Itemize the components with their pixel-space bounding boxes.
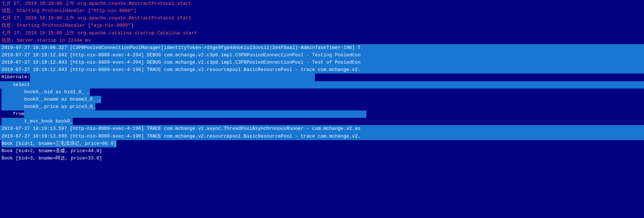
log-text-selected: t_mvc_book book0_ <box>1 118 73 125</box>
log-text-selected <box>30 74 315 81</box>
log-line: 信息: Starting ProtocolHandler ["ajp-nio-8… <box>0 22 644 29</box>
log-line: Book [bid=1, bname=三毛流浪记, price=66.0] <box>0 140 644 147</box>
log-line: book0_.price as price3_0_ <box>0 103 644 110</box>
log-line: 信息: Server startup in 22444 ms <box>0 37 644 44</box>
log-line: 2019-07-27 10:19:13.598 [http-nio-8080-e… <box>0 133 644 140</box>
log-line: book0_.bname as bname2_0_ , <box>0 96 644 103</box>
log-line: 信息: Starting ProtocolHandler ["http-nio-… <box>0 7 644 15</box>
log-line: select <box>0 81 644 89</box>
log-line: 七月 27, 2019 10:19:00 上午 org.apache.coyot… <box>0 0 644 7</box>
log-line: 七月 27, 2019 10:19:00 上午 org.apache.catal… <box>0 30 644 37</box>
log-text-selected: book0_.bid as bid1_0_ , <box>1 89 90 96</box>
log-text-selected <box>24 110 366 118</box>
log-line: t_mvc_book book0_ <box>0 118 644 125</box>
log-area: 七月 27, 2019 10:19:00 上午 org.apache.coyot… <box>0 0 644 218</box>
console-container: 七月 27, 2019 10:19:00 上午 org.apache.coyot… <box>0 0 644 218</box>
log-line: 2019-07-27 10:19:12.842 [http-nio-8080-e… <box>0 52 644 59</box>
log-text-selected: Book [bid=1, bname=三毛流浪记, price=66.0] <box>1 140 117 147</box>
log-line: 2019-07-27 10:19:13.597 [http-nio-8080-e… <box>0 125 644 132</box>
log-line: book0_.bid as bid1_0_ , <box>0 89 644 96</box>
log-line: 2019-07-27 10:19:06.327 [C3P0PooledConne… <box>0 44 644 52</box>
log-line: 七月 27, 2019 10:19:00 上午 org.apache.coyot… <box>0 15 644 22</box>
log-line: 2019-07-27 10:19:12.843 [http-nio-8080-e… <box>0 66 644 74</box>
log-line: Book [bid=3, bname=阿达, price=33.0] <box>0 155 644 162</box>
log-line: from <box>0 110 644 118</box>
log-text-selected: book0_.price as price3_0_ <box>1 103 95 110</box>
log-line: 2019-07-27 10:19:12.843 [http-nio-8080-e… <box>0 59 644 66</box>
log-line: Book [bid=2, bname=圣墟, price=44.0] <box>0 147 644 155</box>
log-line: Hibernate: <box>0 74 644 81</box>
log-text-normal: from <box>1 110 24 118</box>
log-text-normal: Hibernate: <box>1 74 30 81</box>
log-text-selected: book0_.bname as bname2_0_ , <box>1 96 101 103</box>
